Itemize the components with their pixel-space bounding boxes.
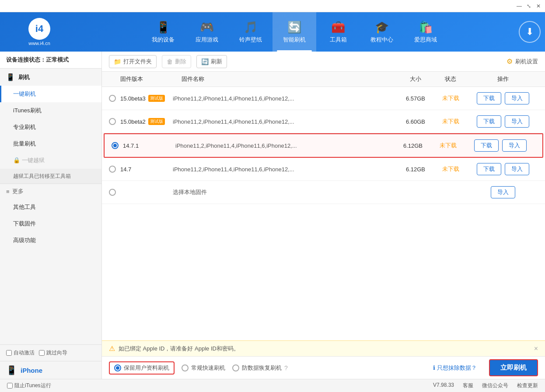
header: i4 www.i4.cn 📱 我的设备 🎮 应用游戏 🎵 铃声壁纸 🔄 智能刷机… [0,12,545,52]
wechat-link[interactable]: 微信公众号 [482,382,508,389]
sidebar-section-flash: 📱 刷机 [0,69,101,86]
nav-label-tutorials: 教程中心 [370,36,393,44]
col-header-status: 状态 [433,75,468,83]
radio-keep-data[interactable] [114,364,121,371]
nav-items: 📱 我的设备 🎮 应用游戏 🎵 铃声壁纸 🔄 智能刷机 🧰 工具箱 🎓 教程中心… [74,12,514,52]
nav-item-smart-flash[interactable]: 🔄 智能刷机 [272,12,316,52]
flash-icon: 📱 [6,73,15,81]
firmware-row-15-0beta3[interactable]: 15.0beta3 测试版 iPhone11,2,iPhone11,4,iPho… [102,87,545,110]
nav-item-ringtones[interactable]: 🎵 铃声壁纸 [229,12,272,52]
sidebar-item-pro-flash[interactable]: 专业刷机 [0,119,101,135]
version-label: V7.98.33 [433,382,454,389]
sidebar-item-advanced[interactable]: 高级功能 [0,232,101,249]
logo-area: i4 www.i4.cn [4,18,74,46]
help-icon[interactable]: ? [284,364,288,371]
nav-item-apps-games[interactable]: 🎮 应用游戏 [185,12,229,52]
radio-quick-flash[interactable] [182,364,189,371]
sidebar-bottom: 自动激活 跳过向导 [0,344,101,361]
option-recovery-flash[interactable]: 防数据恢复刷机 ? [232,364,288,372]
option-keep-data[interactable]: 保留用户资料刷机 [109,361,175,375]
firmware-status-14-7-1: 未下载 [430,142,465,149]
close-btn[interactable]: ✕ [534,1,543,11]
nav-item-my-device[interactable]: 📱 我的设备 [141,12,185,52]
radio-14-7-1[interactable] [112,142,119,149]
option-quick-flash[interactable]: 常规快速刷机 [182,364,225,372]
sidebar-item-itunes-flash[interactable]: iTunes刷机 [0,102,101,119]
main-layout: 设备连接状态：正常模式 📱 刷机 一键刷机 iTunes刷机 专业刷机 批量刷机… [0,52,545,379]
download-btn-15-0beta2[interactable]: 下载 [477,115,501,128]
version-14-7: 14.7 [120,166,173,173]
firmware-size-14-7-1: 6.12GB [395,142,430,149]
ringtones-icon: 🎵 [244,21,258,34]
nav-label-smart-flash: 智能刷机 [283,36,306,44]
sidebar-item-batch-flash[interactable]: 批量刷机 [0,135,101,152]
firmware-status-14-7: 未下载 [433,165,468,173]
skip-guide-checkbox[interactable]: 跳过向导 [39,349,67,357]
radio-15-0beta2[interactable] [109,118,116,125]
flash-settings-btn[interactable]: ⚙ 刷机设置 [507,57,538,66]
sidebar-item-jailbreak: 🔒一键越狱 [0,152,101,169]
import-btn-14-7-1[interactable]: 导入 [502,139,527,152]
radio-recovery-flash[interactable] [232,364,239,371]
nav-item-toolbox[interactable]: 🧰 工具箱 [316,12,360,52]
customer-service-link[interactable]: 客服 [463,382,473,389]
download-btn-14-7[interactable]: 下载 [477,163,501,175]
gear-icon: ⚙ [507,57,513,66]
minimize-btn[interactable]: — [514,1,524,11]
firmware-row-14-7-1[interactable]: 14.7.1 iPhone11,2,iPhone11,4,iPhone11,6,… [104,133,543,158]
import-btn-local[interactable]: 导入 [491,186,515,198]
firmware-list: 15.0beta3 测试版 iPhone11,2,iPhone11,4,iPho… [102,87,545,340]
toolbar: 📁 打开文件夹 🗑 删除 🔄 刷新 ⚙ 刷机设置 [102,52,545,72]
import-btn-15-0beta3[interactable]: 导入 [505,92,529,104]
import-btn-14-7[interactable]: 导入 [505,163,529,175]
firmware-size-14-7: 6.12GB [398,166,433,173]
firmware-actions-14-7-1: 下载 导入 [465,139,535,152]
version-15-0beta3: 15.0beta3 测试版 [120,95,173,102]
flash-now-button[interactable]: 立即刷机 [489,359,538,376]
wipe-data-link[interactable]: ℹ 只想抹除数据？ [433,364,477,372]
download-btn-14-7-1[interactable]: 下载 [474,139,499,152]
firmware-name-15-0beta2: iPhone11,2,iPhone11,4,iPhone11,6,iPhone1… [173,118,398,125]
refresh-button[interactable]: 🔄 刷新 [196,55,227,68]
firmware-actions-15-0beta3: 下载 导入 [468,92,538,104]
nav-label-toolbox: 工具箱 [330,36,347,44]
nav-item-store[interactable]: 🛍️ 爱思商域 [404,12,447,52]
radio-14-7[interactable] [109,166,116,173]
auto-activate-checkbox[interactable]: 自动激活 [6,349,35,357]
import-btn-15-0beta2[interactable]: 导入 [505,115,529,128]
delete-button[interactable]: 🗑 删除 [162,55,191,68]
sidebar-more-section: ≡ 更多 [0,184,101,199]
table-header: 固件版本 固件名称 大小 状态 操作 [102,72,545,87]
block-itunes-checkbox[interactable]: 阻止iTunes运行 [7,382,51,389]
notice-close-btn[interactable]: × [534,345,538,353]
sidebar-item-one-click-flash[interactable]: 一键刷机 [0,86,101,102]
download-btn-15-0beta3[interactable]: 下载 [477,92,501,104]
firmware-row-local[interactable]: 选择本地固件 导入 [102,181,545,204]
version-15-0beta2: 15.0beta2 测试版 [120,118,173,125]
sidebar-item-download-firmware[interactable]: 下载固件 [0,215,101,232]
firmware-row-15-0beta2[interactable]: 15.0beta2 测试版 iPhone11,2,iPhone11,4,iPho… [102,110,545,133]
radio-local[interactable] [109,189,116,196]
store-icon: 🛍️ [419,21,433,34]
maximize-btn[interactable]: ⤡ [524,1,534,11]
nav-label-apps-games: 应用游戏 [196,36,218,44]
nav-label-store: 爱思商域 [414,36,437,44]
firmware-name-local: 选择本地固件 [173,188,398,196]
col-header-name: 固件名称 [182,75,398,83]
radio-15-0beta3[interactable] [109,95,116,102]
open-folder-button[interactable]: 📁 打开文件夹 [109,55,157,68]
firmware-status-15-0beta3: 未下载 [433,94,468,102]
col-header-version: 固件版本 [120,75,182,83]
firmware-row-14-7[interactable]: 14.7 iPhone11,2,iPhone11,4,iPhone11,6,iP… [102,158,545,181]
connection-status: 设备连接状态：正常模式 [0,52,101,69]
firmware-size-15-0beta2: 6.60GB [398,118,433,125]
status-bar-right: V7.98.33 客服 微信公众号 检查更新 [433,382,538,389]
delete-icon: 🗑 [167,58,173,65]
nav-item-tutorials[interactable]: 🎓 教程中心 [360,12,404,52]
download-button[interactable]: ⬇ [519,21,541,43]
sidebar-item-other-tools[interactable]: 其他工具 [0,199,101,215]
title-bar: — ⤡ ✕ [0,0,545,12]
device-icon: 📱 [6,365,17,375]
device-name: iPhone [21,367,42,374]
check-update-link[interactable]: 检查更新 [517,382,538,389]
